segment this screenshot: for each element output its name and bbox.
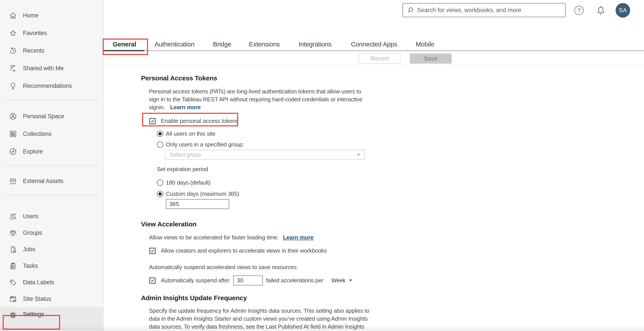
tab-underline-track: [104, 50, 644, 51]
sidebar-item-label: Shared with Me: [23, 65, 64, 72]
enable-pat-row: Enable personal access tokens: [150, 118, 238, 124]
sidebar-item-settings[interactable]: Settings: [0, 307, 103, 330]
archive-box-icon: [9, 177, 17, 185]
va-suspend-prefix-label[interactable]: Automatically suspend after: [161, 277, 229, 284]
pat-description-line: signin. Learn more: [149, 103, 362, 111]
pat-description-line: sign in to the Tableau REST API without …: [149, 95, 362, 103]
pat-description: Personal access tokens (PATs) are long-l…: [149, 87, 362, 111]
tab-general[interactable]: General: [113, 41, 136, 48]
sidebar-item-home[interactable]: Home: [0, 6, 103, 24]
sidebar-divider: [4, 195, 98, 195]
search-input[interactable]: [417, 7, 558, 14]
search-box[interactable]: [402, 3, 566, 17]
custom-days-input[interactable]: [166, 199, 229, 209]
search-icon: [406, 6, 414, 14]
settings-page: Home Favorites Recents Shared with Me Re…: [0, 0, 644, 331]
notifications-bell-icon[interactable]: [596, 5, 606, 15]
expiration-period-label: Set expiration period: [157, 166, 208, 173]
groups-icon: [9, 229, 17, 237]
lightbulb-icon: [9, 82, 17, 90]
compass-icon: [9, 147, 17, 156]
clipboard-icon: [9, 262, 17, 270]
sidebar-item-label: Home: [23, 12, 38, 19]
enable-pat-checkbox[interactable]: [150, 118, 156, 124]
days-180-radio[interactable]: [157, 179, 163, 186]
radio-180-days-row: 180 days (default): [157, 179, 211, 186]
va-description: Allow views to be accelerated for faster…: [149, 234, 314, 241]
specified-group-radio[interactable]: [157, 141, 163, 148]
custom-days-radio[interactable]: [157, 191, 163, 197]
all-users-label[interactable]: All users on this site: [166, 130, 216, 137]
sidebar: Home Favorites Recents Shared with Me Re…: [0, 0, 104, 331]
sidebar-item-personal-space[interactable]: Personal Space: [0, 107, 103, 125]
sidebar-item-label: Recents: [23, 47, 44, 54]
sidebar-item-recents[interactable]: Recents: [0, 42, 103, 59]
tab-extensions[interactable]: Extensions: [249, 41, 280, 48]
sidebar-item-shared-with-me[interactable]: Shared with Me: [0, 59, 103, 77]
pat-learn-more-link[interactable]: Learn more: [170, 104, 201, 111]
tab-mobile[interactable]: Mobile: [416, 41, 434, 48]
tab-connected-apps[interactable]: Connected Apps: [351, 41, 397, 48]
revert-button[interactable]: Revert: [359, 53, 400, 64]
sidebar-divider: [4, 165, 98, 166]
va-allow-checkbox[interactable]: [150, 248, 156, 254]
va-suspend-suffix-label: failed accelerations per: [266, 277, 323, 284]
chevron-down-icon: [357, 154, 360, 156]
admin-insights-description: Specify the update frequency for Admin I…: [149, 307, 369, 331]
sidebar-item-site-status[interactable]: Site Status: [0, 291, 103, 307]
sidebar-item-label: Recommendations: [23, 83, 72, 89]
document-clock-icon: [9, 245, 17, 254]
star-icon: [9, 29, 17, 37]
sidebar-item-data-labels[interactable]: Data Labels: [0, 274, 103, 291]
save-button[interactable]: Save: [410, 53, 452, 64]
sidebar-item-users[interactable]: Users: [0, 208, 103, 225]
sidebar-item-explore[interactable]: Explore: [0, 143, 103, 160]
suspend-count-input[interactable]: [233, 276, 263, 286]
pat-section-title: Personal Access Tokens: [141, 74, 217, 82]
tab-bridge[interactable]: Bridge: [213, 41, 231, 48]
help-icon[interactable]: ?: [574, 6, 584, 15]
sidebar-admin-group: Users Groups Jobs Tasks Data Labels Site…: [0, 208, 103, 330]
all-users-radio[interactable]: [157, 131, 163, 137]
sidebar-item-groups[interactable]: Groups: [0, 225, 103, 241]
sidebar-item-favorites[interactable]: Favorites: [0, 24, 103, 42]
sidebar-item-label: External Assets: [23, 178, 63, 185]
gear-icon: [9, 311, 17, 319]
specified-group-label[interactable]: Only users in a specified group:: [166, 141, 244, 148]
tab-authentication[interactable]: Authentication: [155, 41, 194, 48]
va-suspend-row: Automatically suspend after failed accel…: [150, 276, 352, 286]
sidebar-item-jobs[interactable]: Jobs: [0, 241, 103, 258]
toolbar-divider: [104, 65, 644, 66]
va-suspend-description: Automatically suspend accelerated views …: [149, 264, 298, 271]
chevron-down-icon: [349, 280, 352, 282]
users-icon: [9, 212, 17, 221]
select-group-dropdown[interactable]: Select group: [165, 150, 365, 160]
period-value: Week: [331, 277, 346, 284]
avatar[interactable]: SA: [616, 3, 630, 18]
va-allow-label[interactable]: Allow creators and explorers to accelera…: [161, 247, 327, 254]
sidebar-item-label: Site Status: [23, 296, 51, 302]
va-section-title: View Acceleration: [141, 220, 196, 228]
va-allow-row: Allow creators and explorers to accelera…: [150, 247, 327, 254]
pat-description-line: Personal access tokens (PATs) are long-l…: [149, 87, 362, 95]
sidebar-item-label: Personal Space: [23, 113, 64, 120]
tab-integrations[interactable]: Integrations: [298, 41, 331, 48]
checkmark-icon: [150, 249, 155, 253]
checkmark-icon: [150, 278, 155, 283]
sidebar-item-recommendations[interactable]: Recommendations: [0, 77, 103, 95]
va-suspend-checkbox[interactable]: [150, 278, 156, 284]
enable-pat-label[interactable]: Enable personal access tokens: [161, 118, 238, 124]
person-circle-icon: [9, 112, 17, 120]
sidebar-item-tasks[interactable]: Tasks: [0, 258, 103, 274]
days-180-label[interactable]: 180 days (default): [166, 179, 211, 186]
shared-icon: [9, 64, 17, 72]
custom-days-label[interactable]: Custom days (maximum 365): [166, 191, 239, 197]
sidebar-item-collections[interactable]: Collections: [0, 125, 103, 143]
sidebar-item-label: Users: [23, 213, 38, 220]
period-dropdown[interactable]: Week: [331, 277, 352, 284]
sidebar-item-external-assets[interactable]: External Assets: [0, 172, 103, 190]
radio-all-users-row: All users on this site: [157, 130, 216, 137]
va-learn-more-link[interactable]: Learn more: [283, 234, 314, 241]
history-icon: [9, 46, 17, 55]
sidebar-item-label: Tasks: [23, 263, 38, 269]
